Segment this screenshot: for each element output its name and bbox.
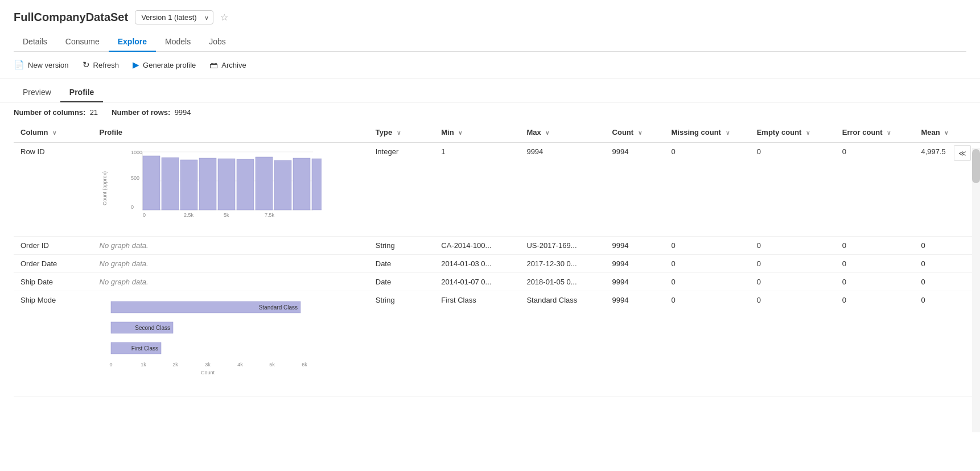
cell-column-name: Order ID [14,237,93,255]
archive-icon: 🗃 [209,60,218,70]
svg-text:Count (approx): Count (approx) [102,171,108,205]
svg-text:5k: 5k [269,362,275,367]
svg-text:1000: 1000 [131,150,142,155]
cell-max: 2018-01-05 0... [520,273,605,291]
header-missing-count[interactable]: Missing count ∨ [665,122,750,143]
svg-rect-13 [237,159,254,210]
cell-min: 1 [434,143,520,237]
scrollbar-track[interactable] [972,148,980,432]
svg-text:0: 0 [109,362,112,367]
svg-text:2.5k: 2.5k [184,212,194,218]
svg-text:Second Class: Second Class [135,325,170,331]
svg-rect-17 [312,159,322,210]
svg-text:Standard Class: Standard Class [258,304,297,311]
cell-error-count: 0 [835,255,915,273]
cell-max: Standard Class [520,291,605,396]
star-icon[interactable]: ☆ [220,12,228,23]
svg-text:7.5k: 7.5k [265,212,275,218]
cell-max: 9994 [520,143,605,237]
cell-profile: No graph data. [93,255,369,273]
tab-jobs[interactable]: Jobs [200,32,235,52]
no-graph-text: No graph data. [100,241,149,250]
cell-mean: 0 [914,255,980,273]
svg-text:500: 500 [131,175,139,181]
cell-error-count: 0 [835,291,915,396]
svg-text:0: 0 [143,212,146,218]
cell-empty-count: 0 [750,291,835,396]
count-sort-icon: ∨ [638,130,642,136]
data-table-container: Column ∨ Profile Type ∨ Min ∨ Max ∨ Coun… [0,122,980,396]
missing-sort-icon: ∨ [726,130,730,136]
cell-min: 2014-01-07 0... [434,273,520,291]
cell-profile: Standard ClassSecond ClassFirst Class01k… [93,291,369,396]
cell-profile: No graph data. [93,273,369,291]
table-row: Ship DateNo graph data.Date2014-01-07 0.… [14,273,980,291]
mean-sort-icon: ∨ [944,130,948,136]
rows-value: 9994 [175,108,191,117]
collapse-panel-button[interactable]: ≪ [954,145,971,161]
version-select[interactable]: Version 1 (latest) [135,10,213,24]
header-type[interactable]: Type ∨ [369,122,435,143]
header-empty-count[interactable]: Empty count ∨ [750,122,835,143]
svg-text:6k: 6k [302,362,307,367]
header-mean[interactable]: Mean ∨ [914,122,980,143]
error-sort-icon: ∨ [887,130,891,136]
cell-column-name: Row ID [14,143,93,237]
header-count[interactable]: Count ∨ [606,122,665,143]
cell-count: 9994 [606,291,665,396]
cell-count: 9994 [606,273,665,291]
cell-error-count: 0 [835,143,915,237]
svg-rect-16 [293,158,310,210]
cell-type: Date [369,273,435,291]
cell-type: String [369,291,435,396]
toolbar: 📄 New version ↻ Refresh ▶ Generate profi… [0,52,980,78]
tab-consume[interactable]: Consume [56,32,109,52]
columns-label: Number of columns: [14,108,85,117]
generate-profile-button[interactable]: ▶ Generate profile [133,60,196,70]
no-graph-text: No graph data. [100,259,149,268]
cell-mean: 0 [914,237,980,255]
cell-empty-count: 0 [750,237,835,255]
tab-explore[interactable]: Explore [109,32,156,52]
rows-label: Number of rows: [112,108,170,117]
header-max[interactable]: Max ∨ [520,122,605,143]
header-min[interactable]: Min ∨ [434,122,520,143]
cell-mean: 0 [914,291,980,396]
generate-icon: ▶ [133,60,139,70]
data-table: Column ∨ Profile Type ∨ Min ∨ Max ∨ Coun… [14,122,980,396]
subtab-profile[interactable]: Profile [60,83,104,102]
svg-rect-11 [199,158,216,210]
table-row: Ship ModeStandard ClassSecond ClassFirst… [14,291,980,396]
header-column[interactable]: Column ∨ [14,122,93,143]
cell-count: 9994 [606,237,665,255]
cell-max: 2017-12-30 0... [520,255,605,273]
cell-column-name: Ship Date [14,273,93,291]
refresh-button[interactable]: ↻ Refresh [83,60,120,70]
cell-count: 9994 [606,255,665,273]
new-version-label: New version [28,61,69,69]
version-wrapper[interactable]: Version 1 (latest) [135,10,213,24]
column-sort-icon: ∨ [52,130,56,136]
header-error-count[interactable]: Error count ∨ [835,122,915,143]
svg-rect-10 [180,160,197,210]
table-row: Order IDNo graph data.StringCA-2014-100.… [14,237,980,255]
dataset-title: FullCompanyDataSet [14,11,128,24]
svg-text:5k: 5k [224,212,229,218]
new-version-button[interactable]: 📄 New version [14,60,69,70]
tab-details[interactable]: Details [14,32,56,52]
generate-profile-label: Generate profile [143,61,196,69]
meta-info: Number of columns: 21 Number of rows: 99… [0,102,980,122]
svg-text:3k: 3k [205,362,211,367]
min-sort-icon: ∨ [458,130,462,136]
cell-min: CA-2014-100... [434,237,520,255]
type-sort-icon: ∨ [397,130,401,136]
subtab-preview[interactable]: Preview [14,83,60,102]
cell-missing-count: 0 [665,237,750,255]
table-header-row: Column ∨ Profile Type ∨ Min ∨ Max ∨ Coun… [14,122,980,143]
tab-models[interactable]: Models [156,32,200,52]
subtabs: Preview Profile [0,83,980,102]
scrollbar-thumb[interactable] [972,149,980,183]
archive-button[interactable]: 🗃 Archive [209,60,246,70]
cell-error-count: 0 [835,237,915,255]
cell-max: US-2017-169... [520,237,605,255]
